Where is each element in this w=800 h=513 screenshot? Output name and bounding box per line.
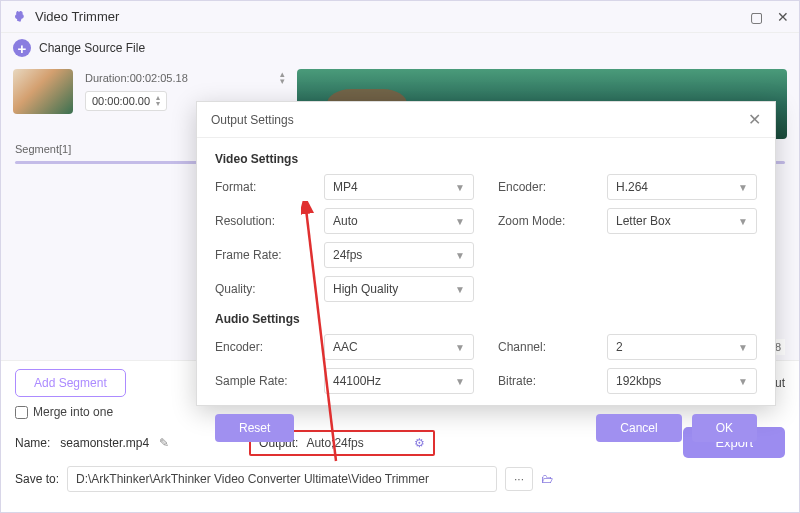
format-select[interactable]: MP4▼: [324, 174, 474, 200]
merge-check[interactable]: Merge into one: [15, 405, 113, 419]
browse-path-button[interactable]: ···: [505, 467, 533, 491]
save-to-label: Save to:: [15, 472, 59, 486]
minimize-button[interactable]: ▢: [750, 10, 763, 24]
output-settings-dialog: Output Settings ✕ Video Settings Format:…: [196, 101, 776, 406]
ok-button[interactable]: OK: [692, 414, 757, 442]
sample-label: Sample Rate:: [215, 374, 300, 388]
name-label: Name:: [15, 436, 50, 450]
app-window: Video Trimmer ▢ ✕ + Change Source File D…: [0, 0, 800, 513]
source-thumbnail[interactable]: [13, 69, 73, 114]
app-logo-icon: [11, 9, 27, 25]
quality-select[interactable]: High Quality▼: [324, 276, 474, 302]
window-title: Video Trimmer: [35, 9, 119, 24]
duration-label: Duration:: [85, 72, 130, 84]
change-source-label[interactable]: Change Source File: [39, 41, 145, 55]
toolbar: + Change Source File: [1, 33, 799, 63]
encoder-select[interactable]: H.264▼: [607, 174, 757, 200]
video-settings-heading: Video Settings: [215, 152, 757, 166]
zoom-select[interactable]: Letter Box▼: [607, 208, 757, 234]
channel-select[interactable]: 2▼: [607, 334, 757, 360]
resolution-select[interactable]: Auto▼: [324, 208, 474, 234]
zoom-label: Zoom Mode:: [498, 214, 583, 228]
bitrate-label: Bitrate:: [498, 374, 583, 388]
add-source-button[interactable]: +: [13, 39, 31, 57]
encoder-label: Encoder:: [498, 180, 583, 194]
name-value: seamonster.mp4: [60, 436, 149, 450]
audio-settings-heading: Audio Settings: [215, 312, 757, 326]
audio-encoder-label: Encoder:: [215, 340, 300, 354]
titlebar: Video Trimmer ▢ ✕: [1, 1, 799, 33]
audio-encoder-select[interactable]: AAC▼: [324, 334, 474, 360]
bitrate-select[interactable]: 192kbps▼: [607, 368, 757, 394]
duration-value: 00:02:05.18: [130, 72, 188, 84]
quality-label: Quality:: [215, 282, 300, 296]
cancel-button[interactable]: Cancel: [596, 414, 681, 442]
sample-select[interactable]: 44100Hz▼: [324, 368, 474, 394]
edit-name-icon[interactable]: ✎: [159, 436, 169, 450]
channel-label: Channel:: [498, 340, 583, 354]
dialog-close-icon[interactable]: ✕: [748, 110, 761, 129]
close-button[interactable]: ✕: [777, 10, 789, 24]
framerate-label: Frame Rate:: [215, 248, 300, 262]
add-segment-button[interactable]: Add Segment: [15, 369, 126, 397]
reset-button[interactable]: Reset: [215, 414, 294, 442]
dialog-title: Output Settings: [211, 113, 294, 127]
duration-stepper[interactable]: ▴▾: [280, 71, 285, 85]
save-path-input[interactable]: [67, 466, 497, 492]
framerate-select[interactable]: 24fps▼: [324, 242, 474, 268]
open-folder-icon[interactable]: 🗁: [541, 472, 553, 486]
resolution-label: Resolution:: [215, 214, 300, 228]
format-label: Format:: [215, 180, 300, 194]
start-time-input[interactable]: 00:00:00.00 ▴▾: [85, 91, 167, 111]
